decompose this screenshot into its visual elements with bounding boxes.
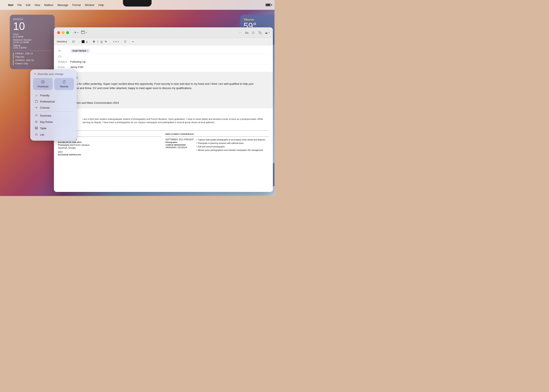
subject-field-row: Subject: Following Up <box>58 59 269 64</box>
rewrite-button[interactable]: Rewrite <box>54 78 74 90</box>
calendar-event-0: Choir 8–8:45PM <box>13 33 51 38</box>
summary-option[interactable]: Summary <box>33 112 74 119</box>
send-chevron-icon: ▾ <box>77 31 78 34</box>
menubar-right <box>266 3 271 6</box>
key-points-icon <box>35 120 38 124</box>
underline-button[interactable]: U <box>100 40 103 43</box>
from-field-row: From: Jenny Frith <box>58 64 269 70</box>
format-separator-3 <box>109 40 110 43</box>
font-panel-icon: Aa <box>245 31 248 34</box>
format-separator-4 <box>121 40 122 43</box>
professional-option[interactable]: Professional <box>33 98 74 105</box>
font-name: Helvetica <box>57 40 67 43</box>
proofread-button[interactable]: Proofread <box>33 78 53 90</box>
svg-point-14 <box>35 133 36 134</box>
recipient-chevron-icon: ▾ <box>87 50 88 52</box>
friendly-option[interactable]: ☺ Friendly <box>33 92 74 98</box>
employment-details: SEPTEMBER 2021–PRESENT Photographer CAMP… <box>165 138 194 151</box>
calendar-upcoming-1: SUNDAY, JUN 16 Father's Day <box>13 59 51 65</box>
list-icon <box>35 133 38 136</box>
format-separator-5 <box>129 40 129 43</box>
resume-employment-col: EMPLOYMENT EXPERIENCE SEPTEMBER 2021–PRE… <box>165 133 269 157</box>
weather-city: Tiburon <box>243 18 271 21</box>
resume-columns: EDUCATION Expected June 2024 BACHELOR OF… <box>58 133 269 157</box>
menu-file[interactable]: File <box>17 3 22 7</box>
font-size-chevron-icon: ⌃ <box>75 41 77 42</box>
mail-content[interactable]: Dear Ms. Herbst, Nice to meet you for co… <box>54 72 273 108</box>
list-format-button[interactable]: ☰ <box>124 40 127 43</box>
send-icon: ✈ <box>74 31 77 35</box>
align-left-button[interactable]: ≡ <box>113 40 114 43</box>
menu-message[interactable]: Message <box>57 3 68 7</box>
table-option[interactable]: Table <box>33 125 74 132</box>
emoji-button[interactable]: ☺ <box>251 30 255 35</box>
rewrite-icon <box>56 80 72 84</box>
cc-input[interactable] <box>70 55 269 58</box>
mail-body[interactable]: To: Andi Herbst ▾ Cc: Subject: Following… <box>54 45 273 192</box>
attachment-icon: 📎 <box>258 31 262 35</box>
recipient-name: Andi Herbst <box>72 49 86 52</box>
key-points-option[interactable]: Key Points <box>33 119 74 125</box>
menu-help[interactable]: Help <box>99 3 104 7</box>
maximize-button[interactable] <box>66 31 69 34</box>
font-panel-button[interactable]: Aa <box>245 31 248 34</box>
writing-tools-header: ✦ Describe your change <box>33 72 74 76</box>
address-button[interactable]: ▾ <box>81 30 87 35</box>
text-color-swatch[interactable] <box>82 40 84 43</box>
proofread-icon <box>35 80 51 84</box>
table-icon <box>35 126 38 130</box>
cc-field-row: Cc: <box>58 54 269 59</box>
attachment-button[interactable]: 📎 <box>258 31 262 35</box>
font-size-selector[interactable]: 12 ⌃ <box>72 40 76 43</box>
mail-body-text: Nice to meet you for coffee yesterday. S… <box>58 82 269 91</box>
minimize-button[interactable] <box>62 31 64 34</box>
window-titlebar: ✈ ▾ ▾ ← Aa ☺ � <box>54 27 273 38</box>
menu-format[interactable]: Format <box>72 3 81 7</box>
svg-rect-20 <box>81 31 84 34</box>
italic-button[interactable]: I <box>97 40 99 43</box>
cc-label: Cc: <box>58 55 70 58</box>
list-option[interactable]: List <box>33 132 74 138</box>
recipient-chip[interactable]: Andi Herbst ▾ <box>70 49 90 53</box>
calendar-event-1: Darkroom Session 10:30–11:30AM <box>13 39 51 43</box>
align-center-button[interactable]: ≡ <box>115 40 117 43</box>
menu-view[interactable]: View <box>35 3 40 7</box>
photo-icon: ⛰ <box>265 31 268 34</box>
menu-edit[interactable]: Edit <box>26 3 30 7</box>
resume-divider <box>58 130 269 131</box>
send-button[interactable]: ✈ ▾ <box>74 31 78 35</box>
strikethrough-button[interactable]: S <box>105 40 107 43</box>
text-style-button[interactable]: a <box>86 40 88 43</box>
from-label: From: <box>58 66 70 69</box>
svg-point-15 <box>35 134 36 135</box>
resume-bio: I am a third-year student undergraduate … <box>83 117 269 126</box>
concise-option[interactable]: ✛ Concise <box>33 105 74 111</box>
list-label: List <box>40 133 44 136</box>
address-chevron-icon: ▾ <box>86 31 87 34</box>
mail-text: Dear Ms. Herbst, Nice to meet you for co… <box>58 76 269 105</box>
align-right-button[interactable]: ≡ <box>118 40 119 43</box>
calendar-date: 10 <box>13 21 51 31</box>
back-button[interactable]: ← <box>238 30 242 35</box>
employment-title: EMPLOYMENT EXPERIENCE <box>165 133 269 135</box>
writing-tools-quick-actions: Proofread Rewrite <box>33 78 74 90</box>
photo-insert-button[interactable]: ⛰ ▾ <box>265 31 270 34</box>
format-separator-1 <box>79 40 79 43</box>
friendly-icon: ☺ <box>35 94 38 97</box>
subject-label: Subject: <box>58 60 70 63</box>
font-selector[interactable]: Helvetica ⌃ <box>57 40 69 43</box>
bold-button[interactable]: B <box>92 40 95 43</box>
menu-window[interactable]: Window <box>85 3 94 7</box>
concise-icon: ✛ <box>35 106 38 109</box>
address-icon <box>81 30 85 35</box>
summary-icon <box>35 114 38 117</box>
employment-entry: SEPTEMBER 2021–PRESENT Photographer CAMP… <box>165 138 269 152</box>
close-button[interactable] <box>57 31 60 34</box>
camera-notch <box>123 0 152 7</box>
menu-mailbox[interactable]: Mailbox <box>44 3 54 7</box>
toolbar-right: ← Aa ☺ 📎 ⛰ ▾ <box>238 30 270 35</box>
indent-button[interactable]: ⇥ <box>132 40 134 43</box>
app-name[interactable]: Mail <box>8 3 13 7</box>
font-chevron-icon: ⌃ <box>68 41 69 42</box>
svg-rect-9 <box>35 127 38 129</box>
